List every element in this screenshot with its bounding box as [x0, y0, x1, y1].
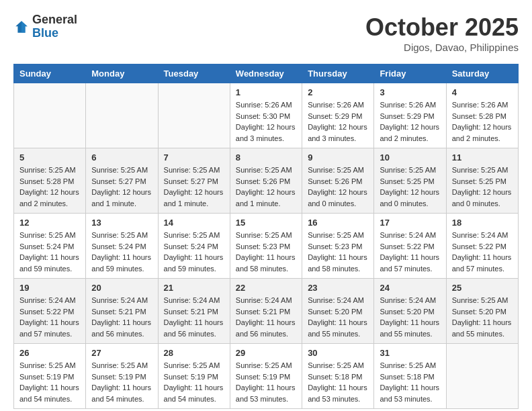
calendar-day-cell: 5Sunrise: 5:25 AM Sunset: 5:28 PM Daylig…	[14, 148, 86, 214]
calendar-day-cell: 9Sunrise: 5:25 AM Sunset: 5:26 PM Daylig…	[302, 148, 374, 214]
logo: General Blue	[13, 13, 77, 40]
logo-text: General Blue	[32, 13, 77, 40]
day-info: Sunrise: 5:25 AM Sunset: 5:19 PM Dayligh…	[164, 360, 224, 404]
day-of-week-header: Wednesday	[230, 64, 302, 83]
day-info: Sunrise: 5:25 AM Sunset: 5:25 PM Dayligh…	[452, 165, 513, 209]
day-info: Sunrise: 5:26 AM Sunset: 5:29 PM Dayligh…	[380, 99, 440, 144]
calendar-day-cell: 23Sunrise: 5:24 AM Sunset: 5:20 PM Dayli…	[302, 279, 374, 344]
day-number: 5	[19, 152, 80, 163]
month-title: October 2025	[365, 13, 519, 42]
day-info: Sunrise: 5:25 AM Sunset: 5:20 PM Dayligh…	[452, 295, 513, 339]
calendar-table: SundayMondayTuesdayWednesdayThursdayFrid…	[13, 64, 519, 409]
title-block: October 2025 Digos, Davao, Philippines	[365, 13, 519, 53]
calendar-day-cell: 4Sunrise: 5:26 AM Sunset: 5:28 PM Daylig…	[446, 83, 518, 148]
day-number: 11	[452, 152, 513, 163]
day-info: Sunrise: 5:24 AM Sunset: 5:22 PM Dayligh…	[452, 230, 513, 274]
calendar-day-cell: 7Sunrise: 5:25 AM Sunset: 5:27 PM Daylig…	[158, 148, 230, 214]
day-number: 25	[452, 283, 513, 293]
calendar-week-row: 19Sunrise: 5:24 AM Sunset: 5:22 PM Dayli…	[14, 279, 519, 344]
day-number: 29	[236, 348, 296, 358]
day-of-week-header: Friday	[374, 64, 446, 83]
calendar-day-cell: 19Sunrise: 5:24 AM Sunset: 5:22 PM Dayli…	[14, 279, 86, 344]
day-info: Sunrise: 5:25 AM Sunset: 5:19 PM Dayligh…	[19, 360, 80, 404]
day-number: 6	[91, 152, 152, 163]
day-number: 1	[236, 87, 296, 97]
day-number: 7	[164, 152, 224, 163]
day-info: Sunrise: 5:25 AM Sunset: 5:26 PM Dayligh…	[236, 165, 296, 209]
day-info: Sunrise: 5:25 AM Sunset: 5:28 PM Dayligh…	[19, 165, 80, 209]
calendar-day-cell: 30Sunrise: 5:25 AM Sunset: 5:18 PM Dayli…	[302, 344, 374, 409]
calendar-day-cell: 18Sunrise: 5:24 AM Sunset: 5:22 PM Dayli…	[446, 214, 518, 279]
day-number: 13	[91, 218, 152, 228]
day-info: Sunrise: 5:24 AM Sunset: 5:20 PM Dayligh…	[380, 295, 440, 339]
calendar-day-cell	[86, 83, 158, 148]
day-info: Sunrise: 5:25 AM Sunset: 5:24 PM Dayligh…	[91, 230, 152, 274]
day-info: Sunrise: 5:25 AM Sunset: 5:19 PM Dayligh…	[236, 360, 296, 404]
calendar-day-cell: 17Sunrise: 5:24 AM Sunset: 5:22 PM Dayli…	[374, 214, 446, 279]
calendar-day-cell: 20Sunrise: 5:24 AM Sunset: 5:21 PM Dayli…	[86, 279, 158, 344]
day-number: 22	[236, 283, 296, 293]
day-info: Sunrise: 5:25 AM Sunset: 5:24 PM Dayligh…	[19, 230, 80, 274]
day-info: Sunrise: 5:24 AM Sunset: 5:21 PM Dayligh…	[164, 295, 224, 339]
calendar-week-row: 26Sunrise: 5:25 AM Sunset: 5:19 PM Dayli…	[14, 344, 519, 409]
day-info: Sunrise: 5:24 AM Sunset: 5:20 PM Dayligh…	[308, 295, 368, 339]
day-of-week-header: Saturday	[446, 64, 518, 83]
day-number: 23	[308, 283, 368, 293]
day-number: 19	[19, 283, 80, 293]
day-info: Sunrise: 5:24 AM Sunset: 5:22 PM Dayligh…	[380, 230, 440, 274]
day-info: Sunrise: 5:25 AM Sunset: 5:24 PM Dayligh…	[164, 230, 224, 274]
calendar-day-cell: 2Sunrise: 5:26 AM Sunset: 5:29 PM Daylig…	[302, 83, 374, 148]
logo-blue: Blue	[32, 27, 77, 40]
day-number: 18	[452, 218, 513, 228]
calendar-day-cell: 21Sunrise: 5:24 AM Sunset: 5:21 PM Dayli…	[158, 279, 230, 344]
day-info: Sunrise: 5:25 AM Sunset: 5:27 PM Dayligh…	[164, 165, 224, 209]
day-info: Sunrise: 5:24 AM Sunset: 5:22 PM Dayligh…	[19, 295, 80, 339]
calendar-day-cell	[14, 83, 86, 148]
day-number: 24	[380, 283, 440, 293]
calendar-day-cell: 16Sunrise: 5:25 AM Sunset: 5:23 PM Dayli…	[302, 214, 374, 279]
day-number: 21	[164, 283, 224, 293]
calendar-day-cell: 11Sunrise: 5:25 AM Sunset: 5:25 PM Dayli…	[446, 148, 518, 214]
calendar-day-cell: 29Sunrise: 5:25 AM Sunset: 5:19 PM Dayli…	[230, 344, 302, 409]
logo-general: General	[32, 13, 77, 27]
calendar-week-row: 12Sunrise: 5:25 AM Sunset: 5:24 PM Dayli…	[14, 214, 519, 279]
day-info: Sunrise: 5:25 AM Sunset: 5:27 PM Dayligh…	[91, 165, 152, 209]
calendar-header-row: SundayMondayTuesdayWednesdayThursdayFrid…	[14, 64, 519, 83]
calendar-day-cell: 8Sunrise: 5:25 AM Sunset: 5:26 PM Daylig…	[230, 148, 302, 214]
day-info: Sunrise: 5:25 AM Sunset: 5:23 PM Dayligh…	[308, 230, 368, 274]
day-info: Sunrise: 5:25 AM Sunset: 5:18 PM Dayligh…	[380, 360, 440, 404]
day-number: 12	[19, 218, 80, 228]
calendar-day-cell	[158, 83, 230, 148]
calendar-day-cell: 1Sunrise: 5:26 AM Sunset: 5:30 PM Daylig…	[230, 83, 302, 148]
calendar-day-cell: 12Sunrise: 5:25 AM Sunset: 5:24 PM Dayli…	[14, 214, 86, 279]
day-info: Sunrise: 5:24 AM Sunset: 5:21 PM Dayligh…	[236, 295, 296, 339]
page-header: General Blue October 2025 Digos, Davao, …	[13, 13, 519, 53]
day-number: 17	[380, 218, 440, 228]
calendar-day-cell: 10Sunrise: 5:25 AM Sunset: 5:25 PM Dayli…	[374, 148, 446, 214]
day-number: 2	[308, 87, 368, 97]
day-info: Sunrise: 5:25 AM Sunset: 5:23 PM Dayligh…	[236, 230, 296, 274]
calendar-day-cell: 13Sunrise: 5:25 AM Sunset: 5:24 PM Dayli…	[86, 214, 158, 279]
day-number: 30	[308, 348, 368, 358]
calendar-week-row: 1Sunrise: 5:26 AM Sunset: 5:30 PM Daylig…	[14, 83, 519, 148]
calendar-day-cell: 26Sunrise: 5:25 AM Sunset: 5:19 PM Dayli…	[14, 344, 86, 409]
day-info: Sunrise: 5:26 AM Sunset: 5:28 PM Dayligh…	[452, 99, 513, 144]
day-info: Sunrise: 5:25 AM Sunset: 5:25 PM Dayligh…	[380, 165, 440, 209]
day-number: 14	[164, 218, 224, 228]
location: Digos, Davao, Philippines	[365, 42, 519, 53]
day-number: 8	[236, 152, 296, 163]
day-of-week-header: Tuesday	[158, 64, 230, 83]
day-number: 9	[308, 152, 368, 163]
day-number: 27	[91, 348, 152, 358]
calendar-day-cell: 31Sunrise: 5:25 AM Sunset: 5:18 PM Dayli…	[374, 344, 446, 409]
day-number: 28	[164, 348, 224, 358]
day-of-week-header: Sunday	[14, 64, 86, 83]
calendar-day-cell	[446, 344, 518, 409]
calendar-day-cell: 3Sunrise: 5:26 AM Sunset: 5:29 PM Daylig…	[374, 83, 446, 148]
day-of-week-header: Thursday	[302, 64, 374, 83]
day-number: 3	[380, 87, 440, 97]
svg-marker-1	[21, 21, 28, 33]
day-info: Sunrise: 5:26 AM Sunset: 5:30 PM Dayligh…	[236, 99, 296, 144]
day-info: Sunrise: 5:25 AM Sunset: 5:19 PM Dayligh…	[91, 360, 152, 404]
calendar-day-cell: 6Sunrise: 5:25 AM Sunset: 5:27 PM Daylig…	[86, 148, 158, 214]
